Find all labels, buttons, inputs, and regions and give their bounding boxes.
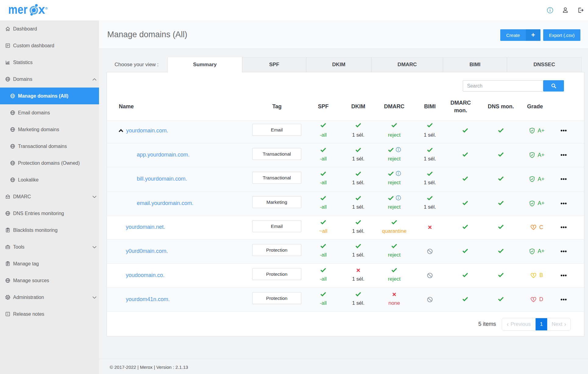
svg-text:x: x (38, 3, 45, 16)
svg-text:mer: mer (8, 2, 28, 16)
svg-text:R: R (46, 8, 47, 9)
